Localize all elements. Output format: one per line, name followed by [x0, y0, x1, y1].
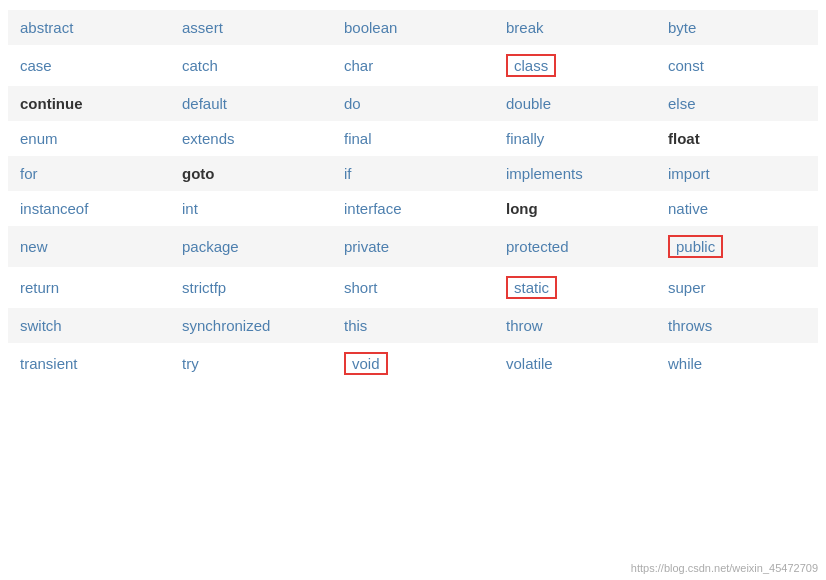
- keyword-cell: const: [656, 45, 818, 86]
- keyword-cell: byte: [656, 10, 818, 45]
- highlighted-keyword: public: [668, 235, 723, 258]
- keyword-cell: double: [494, 86, 656, 121]
- table-row: abstractassertbooleanbreakbyte: [8, 10, 818, 45]
- table-row: casecatchcharclassconst: [8, 45, 818, 86]
- keyword-cell: this: [332, 308, 494, 343]
- keywords-table-container: abstractassertbooleanbreakbytecasecatchc…: [0, 0, 826, 394]
- keyword-cell: enum: [8, 121, 170, 156]
- keyword-cell: private: [332, 226, 494, 267]
- keyword-cell: package: [170, 226, 332, 267]
- keyword-cell: for: [8, 156, 170, 191]
- keyword-cell: short: [332, 267, 494, 308]
- keyword-cell: super: [656, 267, 818, 308]
- keyword-cell: boolean: [332, 10, 494, 45]
- table-row: forgotoifimplementsimport: [8, 156, 818, 191]
- keyword-cell: default: [170, 86, 332, 121]
- keyword-cell: if: [332, 156, 494, 191]
- keywords-table: abstractassertbooleanbreakbytecasecatchc…: [8, 10, 818, 384]
- keyword-cell: new: [8, 226, 170, 267]
- table-row: instanceofintinterfacelongnative: [8, 191, 818, 226]
- keyword-cell: volatile: [494, 343, 656, 384]
- keyword-cell: protected: [494, 226, 656, 267]
- watermark: https://blog.csdn.net/weixin_45472709: [631, 562, 818, 574]
- table-row: continuedefaultdodoubleelse: [8, 86, 818, 121]
- table-row: switchsynchronizedthisthrowthrows: [8, 308, 818, 343]
- keyword-cell: instanceof: [8, 191, 170, 226]
- table-row: newpackageprivateprotectedpublic: [8, 226, 818, 267]
- keyword-cell: switch: [8, 308, 170, 343]
- keyword-cell: import: [656, 156, 818, 191]
- keyword-cell: do: [332, 86, 494, 121]
- table-row: transienttryvoidvolatilewhile: [8, 343, 818, 384]
- keyword-cell: transient: [8, 343, 170, 384]
- keyword-cell: throws: [656, 308, 818, 343]
- keyword-cell: try: [170, 343, 332, 384]
- table-row: enumextendsfinalfinallyfloat: [8, 121, 818, 156]
- keyword-cell: return: [8, 267, 170, 308]
- keyword-cell: final: [332, 121, 494, 156]
- keyword-cell: catch: [170, 45, 332, 86]
- keyword-cell: native: [656, 191, 818, 226]
- table-row: returnstrictfpshortstaticsuper: [8, 267, 818, 308]
- keyword-cell: public: [656, 226, 818, 267]
- keyword-cell: int: [170, 191, 332, 226]
- keyword-cell: extends: [170, 121, 332, 156]
- bold-keyword: float: [668, 130, 700, 147]
- keyword-cell: case: [8, 45, 170, 86]
- keyword-cell: break: [494, 10, 656, 45]
- keyword-cell: float: [656, 121, 818, 156]
- bold-keyword: long: [506, 200, 538, 217]
- keyword-cell: else: [656, 86, 818, 121]
- keyword-cell: long: [494, 191, 656, 226]
- keyword-cell: char: [332, 45, 494, 86]
- keyword-cell: while: [656, 343, 818, 384]
- keyword-cell: abstract: [8, 10, 170, 45]
- keyword-cell: throw: [494, 308, 656, 343]
- highlighted-keyword: static: [506, 276, 557, 299]
- bold-keyword: continue: [20, 95, 83, 112]
- keyword-cell: goto: [170, 156, 332, 191]
- highlighted-keyword: void: [344, 352, 388, 375]
- keyword-cell: strictfp: [170, 267, 332, 308]
- keyword-cell: class: [494, 45, 656, 86]
- keyword-cell: synchronized: [170, 308, 332, 343]
- keyword-cell: void: [332, 343, 494, 384]
- keyword-cell: continue: [8, 86, 170, 121]
- keyword-cell: finally: [494, 121, 656, 156]
- highlighted-keyword: class: [506, 54, 556, 77]
- keyword-cell: static: [494, 267, 656, 308]
- keyword-cell: interface: [332, 191, 494, 226]
- keyword-cell: assert: [170, 10, 332, 45]
- keyword-cell: implements: [494, 156, 656, 191]
- bold-keyword: goto: [182, 165, 214, 182]
